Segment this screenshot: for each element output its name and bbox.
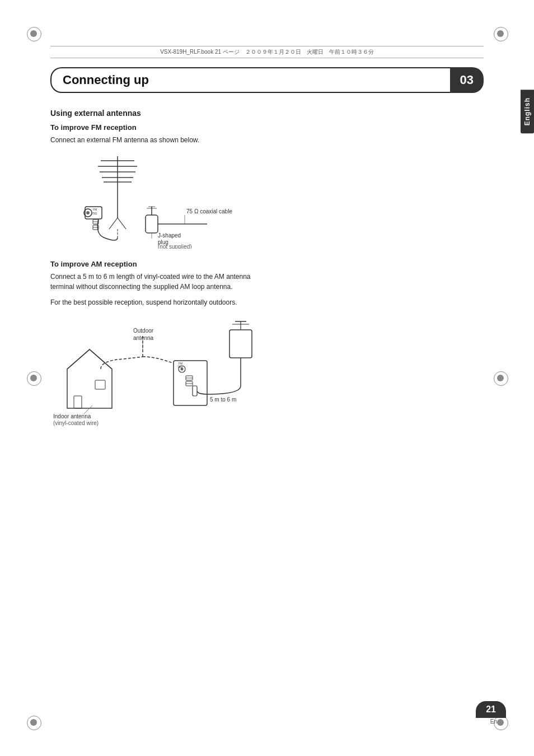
svg-text:Outdoor: Outdoor bbox=[133, 328, 154, 334]
reg-mark-tl bbox=[27, 27, 40, 40]
svg-rect-32 bbox=[74, 396, 82, 408]
svg-line-29 bbox=[67, 349, 90, 369]
fm-diagram: FM 75Ω 75 Ω coaxial cable J-shaped plug bbox=[50, 151, 263, 249]
chapter-title-box: Connecting up bbox=[50, 67, 450, 93]
svg-line-7 bbox=[118, 218, 126, 229]
reg-mark-bl bbox=[27, 716, 40, 729]
svg-text:(not supplied): (not supplied) bbox=[158, 244, 192, 249]
svg-text:(vinyl-coated wire): (vinyl-coated wire) bbox=[53, 420, 99, 426]
fm-subheading: To improve FM reception bbox=[50, 123, 484, 132]
svg-text:5 m to 6 m: 5 m to 6 m bbox=[210, 396, 236, 403]
am-subheading: To improve AM reception bbox=[50, 260, 484, 268]
svg-text:75 Ω coaxial cable: 75 Ω coaxial cable bbox=[186, 208, 232, 214]
chapter-number: 03 bbox=[450, 67, 484, 93]
page-suffix: En bbox=[490, 718, 497, 725]
reg-mark-tr bbox=[494, 27, 507, 40]
svg-text:antenna: antenna bbox=[133, 335, 154, 341]
am-body2: For the best possible reception, suspend… bbox=[50, 297, 263, 307]
am-diagram: FM 75Ω 5 m to 6 m Outdoor antenna bbox=[50, 313, 302, 431]
reg-mark-ml bbox=[27, 371, 40, 385]
svg-text:FM: FM bbox=[93, 208, 97, 211]
svg-rect-43 bbox=[193, 386, 197, 396]
svg-text:75Ω: 75Ω bbox=[92, 212, 97, 215]
section-heading: Using external antennas bbox=[50, 109, 484, 118]
svg-rect-18 bbox=[146, 215, 158, 233]
fm-body: Connect an external FM antenna as shown … bbox=[50, 135, 263, 145]
svg-line-30 bbox=[90, 349, 112, 369]
chapter-bar: Connecting up 03 bbox=[50, 67, 484, 93]
chapter-title: Connecting up bbox=[63, 73, 149, 87]
svg-rect-44 bbox=[229, 330, 252, 358]
svg-line-54 bbox=[84, 405, 92, 414]
main-content: Connecting up 03 Using external antennas… bbox=[50, 67, 484, 689]
svg-point-11 bbox=[86, 211, 90, 214]
svg-text:J-shaped: J-shaped bbox=[158, 232, 181, 239]
reg-mark-mr bbox=[494, 371, 507, 385]
svg-line-6 bbox=[109, 218, 118, 229]
am-body1: Connect a 5 m to 6 m length of vinyl-coa… bbox=[50, 272, 263, 292]
lang-tab: English bbox=[521, 90, 534, 133]
page-number-badge: 21 bbox=[476, 701, 506, 718]
svg-rect-31 bbox=[95, 380, 105, 389]
header-info: VSX-819H_RLF.book 21 ページ ２００９年１月２０日 火曜日 … bbox=[50, 46, 484, 58]
svg-text:Indoor antenna: Indoor antenna bbox=[53, 413, 91, 419]
svg-text:75Ω: 75Ω bbox=[177, 365, 183, 368]
